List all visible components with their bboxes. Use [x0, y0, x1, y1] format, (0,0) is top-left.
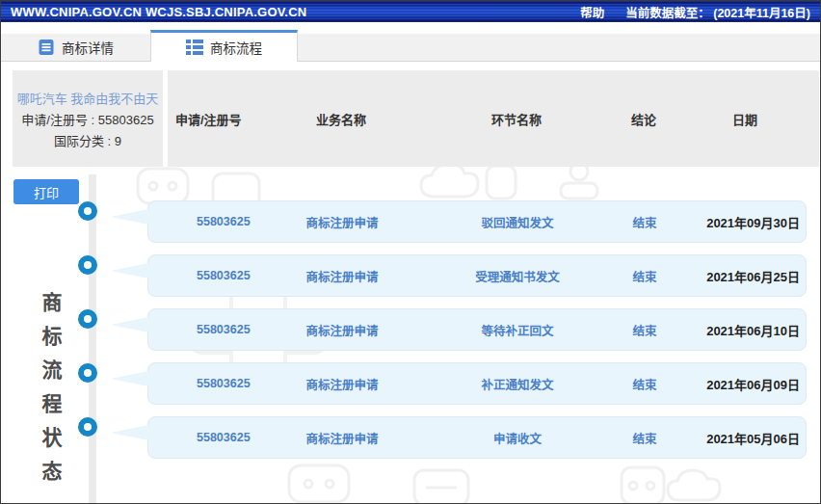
row-business-name: 商标注册申请: [270, 213, 414, 231]
app-window: WWW.CNIPA.GOV.CN WCJS.SBJ.CNIPA.GOV.CN 帮…: [0, 0, 821, 504]
table-header-band: 申请/注册号 业务名称 环节名称 结论 日期: [168, 70, 819, 167]
site-url-text: WWW.CNIPA.GOV.CN WCJS.SBJ.CNIPA.GOV.CN: [11, 5, 306, 19]
row-reg-number: 55803625: [148, 431, 270, 444]
row-conclusion: 结束: [621, 429, 669, 447]
international-class-line: 国际分类 : 9: [54, 131, 121, 149]
timeline-node-icon: [78, 255, 97, 275]
list-flow-icon: [186, 40, 203, 55]
data-cutoff-text: 当前数据截至： (2021年11月16日): [625, 3, 810, 21]
row-date: 2021年09月30日: [669, 213, 806, 231]
bubble-tail: [111, 263, 148, 279]
watermark-shape: [410, 466, 472, 504]
row-reg-number: 55803625: [148, 323, 270, 336]
timeline-track: [89, 174, 96, 503]
column-header-date: 日期: [668, 110, 807, 128]
column-header-step: 环节名称: [413, 110, 620, 128]
timeline-rows: 55803625 商标注册申请 驳回通知发文 结束 2021年09月30日 55…: [147, 200, 807, 470]
help-link[interactable]: 帮助: [580, 3, 604, 21]
tab-strip: 商标详情 商标流程: [1, 22, 820, 62]
document-icon: [38, 39, 55, 56]
row-step-name: 申请收文: [414, 429, 621, 447]
timeline-row: 55803625 商标注册申请 驳回通知发文 结束 2021年09月30日: [147, 200, 807, 243]
tab-label: 商标流程: [210, 38, 262, 57]
row-date: 2021年06月25日: [669, 267, 806, 285]
bubble-tail: [111, 371, 148, 386]
trademark-info-panel: 哪吒汽车 我命由我不由天 申请/注册号 : 55803625 国际分类 : 9: [13, 70, 163, 167]
row-date: 2021年06月09日: [669, 375, 806, 393]
column-header-conclusion: 结论: [620, 110, 668, 128]
process-status-vertical-label: 商标流程状态: [36, 292, 65, 494]
row-business-name: 商标注册申请: [270, 375, 414, 393]
bubble-tail: [111, 425, 148, 440]
row-reg-number: 55803625: [148, 269, 270, 282]
row-step-name: 驳回通知发文: [414, 213, 621, 231]
top-bar: WWW.CNIPA.GOV.CN WCJS.SBJ.CNIPA.GOV.CN 帮…: [1, 1, 820, 22]
row-business-name: 商标注册申请: [270, 321, 414, 339]
row-business-name: 商标注册申请: [270, 267, 414, 285]
main-content: 哪吒汽车 我命由我不由天 申请/注册号 : 55803625 国际分类 : 9 …: [1, 62, 820, 503]
timeline-row: 55803625 商标注册申请 等待补正回文 结束 2021年06月10日: [147, 308, 807, 351]
row-reg-number: 55803625: [148, 215, 270, 228]
bubble-tail: [111, 317, 148, 332]
timeline-row: 55803625 商标注册申请 受理通知书发文 结束 2021年06月25日: [147, 254, 807, 297]
row-reg-number: 55803625: [148, 377, 270, 390]
tab-label: 商标详情: [62, 38, 114, 57]
row-step-name: 补正通知发文: [414, 375, 621, 393]
print-button[interactable]: 打印: [13, 179, 79, 204]
registration-number-line: 申请/注册号 : 55803625: [21, 110, 153, 128]
tab-trademark-details[interactable]: 商标详情: [1, 34, 150, 61]
bubble-tail: [111, 209, 148, 225]
trademark-name: 哪吒汽车 我命由我不由天: [17, 89, 159, 107]
row-conclusion: 结束: [621, 321, 669, 339]
row-conclusion: 结束: [621, 375, 669, 393]
row-step-name: 等待补正回文: [414, 321, 621, 339]
tab-trademark-process[interactable]: 商标流程: [150, 30, 298, 62]
row-business-name: 商标注册申请: [270, 429, 414, 447]
row-date: 2021年06月10日: [669, 321, 806, 339]
row-date: 2021年05月06日: [669, 429, 806, 447]
timeline-node-icon: [78, 363, 97, 383]
row-step-name: 受理通知书发文: [414, 267, 621, 285]
timeline-node-icon: [78, 201, 97, 221]
column-header-reg: 申请/注册号: [147, 110, 269, 128]
row-conclusion: 结束: [621, 267, 669, 285]
timeline-node-icon: [78, 309, 97, 329]
column-header-business: 业务名称: [269, 110, 413, 128]
timeline-row: 55803625 商标注册申请 申请收文 结束 2021年05月06日: [147, 416, 807, 459]
timeline-node-icon: [78, 417, 97, 437]
row-conclusion: 结束: [621, 213, 669, 231]
timeline-row: 55803625 商标注册申请 补正通知发文 结束 2021年06月09日: [147, 362, 807, 405]
